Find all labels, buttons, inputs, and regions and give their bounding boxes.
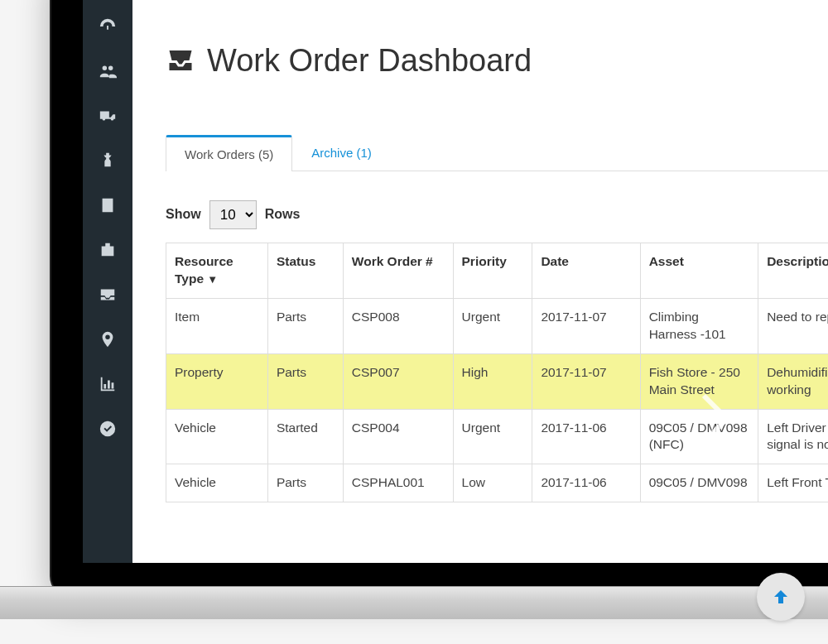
dashboard-icon[interactable] xyxy=(98,17,118,36)
table-controls: Show 10 Rows xyxy=(166,198,828,231)
cell-priority: Low xyxy=(453,464,532,502)
table-row[interactable]: PropertyPartsCSP007High2017-11-07Fish St… xyxy=(166,353,829,409)
cell-description: Left Driver Front turn signal is not wor… xyxy=(758,409,828,464)
laptop-base xyxy=(0,586,828,619)
cell-status: Parts xyxy=(267,464,343,502)
tab-archive[interactable]: Archive (1) xyxy=(292,135,391,171)
cell-work-order: CSP004 xyxy=(343,409,453,464)
rows-label: Rows xyxy=(265,207,301,222)
show-label: Show xyxy=(166,207,201,222)
extinguisher-icon[interactable] xyxy=(98,151,118,171)
firstaid-icon[interactable] xyxy=(98,240,118,260)
cell-description: Left Front Tire has a nail xyxy=(758,464,828,502)
arrow-up-icon xyxy=(771,587,791,607)
screen: CSP eSAFETY Demo · CSP Plus Demo Site Wo… xyxy=(83,0,828,563)
cell-status: Started xyxy=(267,409,343,464)
page-title-text: Work Order Dashboard xyxy=(207,43,532,79)
tabs: Work Orders (5) Archive (1) xyxy=(166,134,828,171)
cell-work-order: CSP007 xyxy=(343,353,453,409)
cell-date: 2017-11-07 xyxy=(532,353,640,409)
laptop-frame: CSP eSAFETY Demo · CSP Plus Demo Site Wo… xyxy=(51,0,828,596)
table-row[interactable]: ItemPartsCSP008Urgent2017-11-07Climbing … xyxy=(166,298,829,353)
users-icon[interactable] xyxy=(98,61,118,81)
barchart-icon[interactable] xyxy=(98,374,118,394)
cell-date: 2017-11-06 xyxy=(532,409,640,464)
scroll-to-top-button[interactable] xyxy=(757,573,805,621)
table-row[interactable]: VehicleStartedCSP004Urgent2017-11-0609C0… xyxy=(166,409,829,464)
cell-resource-type: Vehicle xyxy=(166,464,268,502)
col-description[interactable]: Description xyxy=(758,243,828,299)
col-status[interactable]: Status xyxy=(267,243,343,299)
col-priority[interactable]: Priority xyxy=(453,243,532,299)
work-orders-table: Resource Type ▼ Status Work Order # Prio… xyxy=(166,243,828,502)
cell-work-order: CSPHAL001 xyxy=(343,464,453,502)
cell-resource-type: Item xyxy=(166,298,268,353)
table-header-row: Resource Type ▼ Status Work Order # Prio… xyxy=(166,243,829,299)
col-date[interactable]: Date xyxy=(532,243,640,299)
truck-icon[interactable] xyxy=(98,106,118,126)
check-circle-icon[interactable] xyxy=(98,419,118,439)
tab-work-orders[interactable]: Work Orders (5) xyxy=(166,135,292,171)
pin-icon[interactable] xyxy=(98,329,118,349)
cell-description: Dehumidifier isn't working xyxy=(758,353,828,409)
sidebar xyxy=(83,0,132,563)
cell-priority: High xyxy=(453,353,532,409)
col-resource-type[interactable]: Resource Type ▼ xyxy=(166,243,268,299)
inbox-header-icon xyxy=(166,46,195,75)
cell-priority: Urgent xyxy=(453,298,532,353)
cell-work-order: CSP008 xyxy=(343,298,453,353)
page-header: Work Order Dashboard Show Only M Sh xyxy=(166,23,828,98)
cell-asset: 09C05 / DMV098 xyxy=(640,464,758,502)
cell-asset: Climbing Harness -101 xyxy=(640,298,758,353)
cell-resource-type: Property xyxy=(166,353,268,409)
cell-date: 2017-11-07 xyxy=(532,298,640,353)
cell-description: Need to replace xyxy=(758,298,828,353)
rows-per-page: Show 10 Rows xyxy=(166,200,300,229)
cell-priority: Urgent xyxy=(453,409,532,464)
cell-resource-type: Vehicle xyxy=(166,409,268,464)
table-row[interactable]: VehiclePartsCSPHAL001Low2017-11-0609C05 … xyxy=(166,464,829,502)
cell-asset: 09C05 / DMV098 (NFC) xyxy=(640,409,758,464)
cell-date: 2017-11-06 xyxy=(532,464,640,502)
inbox-icon[interactable] xyxy=(98,285,118,305)
page-title: Work Order Dashboard xyxy=(166,43,532,79)
col-asset[interactable]: Asset xyxy=(640,243,758,299)
main-content: Work Order Dashboard Show Only M Sh Work… xyxy=(132,0,828,563)
sort-desc-icon: ▼ xyxy=(207,273,218,286)
cell-status: Parts xyxy=(267,353,343,409)
building-icon[interactable] xyxy=(98,195,118,215)
col-work-order[interactable]: Work Order # xyxy=(343,243,453,299)
cell-status: Parts xyxy=(267,298,343,353)
page-size-select[interactable]: 10 xyxy=(209,200,257,229)
cell-asset: Fish Store - 250 Main Street xyxy=(640,353,758,409)
